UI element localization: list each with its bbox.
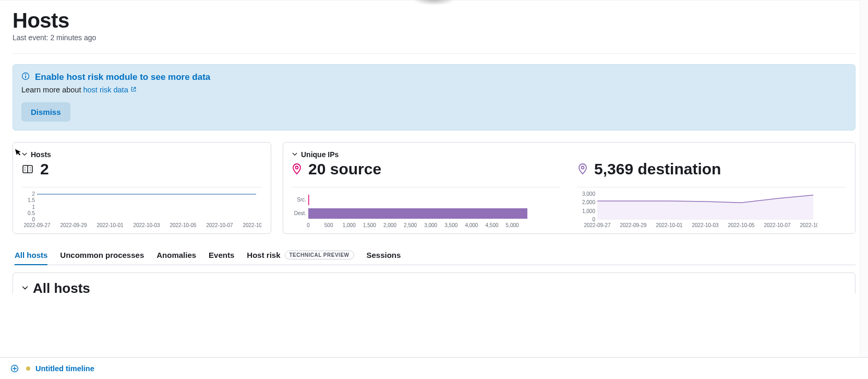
svg-rect-26	[308, 208, 527, 219]
hosts-panel-toggle[interactable]: Hosts	[21, 150, 262, 159]
svg-text:2022-10-03: 2022-10-03	[133, 222, 160, 228]
tab-label: Sessions	[367, 251, 401, 259]
host-tabs: All hostsUncommon processesAnomaliesEven…	[13, 246, 855, 265]
svg-point-1	[25, 74, 26, 75]
all-hosts-section: All hosts	[13, 273, 855, 293]
unique-ips-panel-toggle[interactable]: Unique IPs	[292, 150, 847, 159]
page-subtitle: Last event: 2 minutes ago	[13, 33, 855, 42]
unique-ips-panel-label: Unique IPs	[301, 150, 339, 159]
svg-text:5,000: 5,000	[506, 222, 519, 228]
svg-rect-2	[25, 76, 26, 78]
svg-rect-24	[308, 195, 309, 205]
tab-anomalies[interactable]: Anomalies	[156, 246, 196, 265]
svg-text:2022-09-27: 2022-09-27	[23, 222, 51, 228]
svg-text:2022-10-05: 2022-10-05	[728, 222, 755, 228]
hosts-count: 2	[40, 160, 49, 177]
svg-text:Src.: Src.	[297, 197, 306, 203]
hosts-icon	[21, 163, 34, 175]
unique-ips-panel: Unique IPs 20 source Src.Dest.0	[283, 142, 855, 234]
svg-text:0.5: 0.5	[28, 210, 35, 216]
svg-text:2022-10-09: 2022-10-09	[243, 222, 261, 228]
svg-text:3,500: 3,500	[444, 222, 457, 228]
svg-text:2022-10-07: 2022-10-07	[206, 222, 233, 228]
host-risk-callout: Enable host risk module to see more data…	[13, 64, 855, 131]
hosts-panel: Hosts 2 00.511	[13, 142, 271, 234]
hosts-line-chart[interactable]: 00.511.522022-09-272022-09-292022-10-012…	[21, 192, 262, 228]
svg-point-9	[30, 169, 31, 170]
svg-text:2022-10-09: 2022-10-09	[800, 222, 817, 228]
svg-point-39	[582, 166, 584, 169]
svg-text:2: 2	[32, 192, 35, 197]
destination-pin-icon	[577, 163, 588, 175]
svg-text:2022-09-29: 2022-09-29	[60, 222, 87, 228]
svg-text:2022-09-27: 2022-09-27	[584, 222, 611, 228]
technical-preview-badge: TECHNICAL PREVIEW	[285, 251, 354, 259]
hosts-panel-label: Hosts	[31, 150, 51, 159]
svg-text:2022-10-01: 2022-10-01	[97, 222, 124, 228]
info-icon	[21, 72, 30, 82]
svg-point-10	[30, 170, 31, 171]
svg-text:0: 0	[32, 217, 35, 222]
svg-text:2,000: 2,000	[582, 199, 595, 205]
svg-text:2022-10-05: 2022-10-05	[170, 222, 197, 228]
scrollbar-gutter[interactable]	[860, 0, 868, 293]
svg-text:2022-10-07: 2022-10-07	[764, 222, 791, 228]
tab-events[interactable]: Events	[209, 246, 234, 265]
tab-label: All hosts	[15, 251, 47, 259]
section-title: All hosts	[33, 280, 90, 293]
svg-text:Dest.: Dest.	[294, 210, 306, 216]
svg-text:3,000: 3,000	[582, 192, 595, 197]
chevron-down-icon	[21, 150, 28, 159]
tab-label: Events	[209, 251, 234, 259]
callout-desc-prefix: Learn more about	[21, 86, 81, 94]
dismiss-button[interactable]: Dismiss	[21, 102, 70, 122]
destination-ips-line-chart[interactable]: 01,0002,0003,0002022-09-272022-09-292022…	[577, 192, 847, 228]
destination-ips-count: 5,369 destination	[594, 160, 721, 177]
svg-point-8	[30, 167, 31, 168]
svg-text:1.5: 1.5	[28, 197, 35, 203]
source-ips-count: 20 source	[308, 160, 381, 177]
svg-text:4,000: 4,000	[465, 222, 478, 228]
svg-text:1: 1	[32, 204, 35, 210]
tab-label: Anomalies	[156, 251, 196, 259]
chevron-down-icon	[292, 150, 298, 159]
svg-text:2022-10-01: 2022-10-01	[656, 222, 683, 228]
svg-text:2,500: 2,500	[404, 222, 417, 228]
chevron-down-icon	[21, 284, 29, 293]
svg-text:1,500: 1,500	[363, 222, 376, 228]
svg-text:2022-09-29: 2022-09-29	[620, 222, 647, 228]
svg-point-6	[25, 169, 26, 170]
svg-point-7	[25, 170, 26, 171]
divider	[13, 53, 855, 54]
svg-point-5	[25, 167, 26, 168]
tab-all-hosts[interactable]: All hosts	[15, 246, 47, 265]
svg-point-23	[296, 166, 298, 169]
svg-text:1,000: 1,000	[343, 222, 356, 228]
svg-text:2022-10-03: 2022-10-03	[692, 222, 719, 228]
tab-label: Host risk	[247, 251, 280, 259]
callout-link-text: host risk data	[83, 86, 128, 94]
tab-host-risk[interactable]: Host riskTECHNICAL PREVIEW	[247, 246, 354, 265]
svg-text:1,000: 1,000	[582, 208, 595, 214]
svg-text:0: 0	[307, 222, 310, 228]
tab-uncommon-processes[interactable]: Uncommon processes	[60, 246, 144, 265]
source-pin-icon	[292, 163, 302, 175]
tab-sessions[interactable]: Sessions	[367, 246, 401, 265]
all-hosts-section-toggle[interactable]: All hosts	[21, 280, 847, 293]
svg-text:4,500: 4,500	[486, 222, 499, 228]
svg-text:0: 0	[592, 217, 595, 222]
svg-text:3,000: 3,000	[424, 222, 437, 228]
unique-ips-bar-chart[interactable]: Src.Dest.05001,0001,5002,0002,5003,0003,…	[292, 192, 561, 228]
svg-text:2,000: 2,000	[383, 222, 396, 228]
svg-text:500: 500	[324, 222, 333, 228]
callout-title: Enable host risk module to see more data	[35, 72, 210, 82]
external-link-icon	[130, 86, 137, 94]
page-title: Hosts	[13, 9, 855, 32]
tab-label: Uncommon processes	[60, 251, 144, 259]
host-risk-data-link[interactable]: host risk data	[83, 86, 136, 94]
